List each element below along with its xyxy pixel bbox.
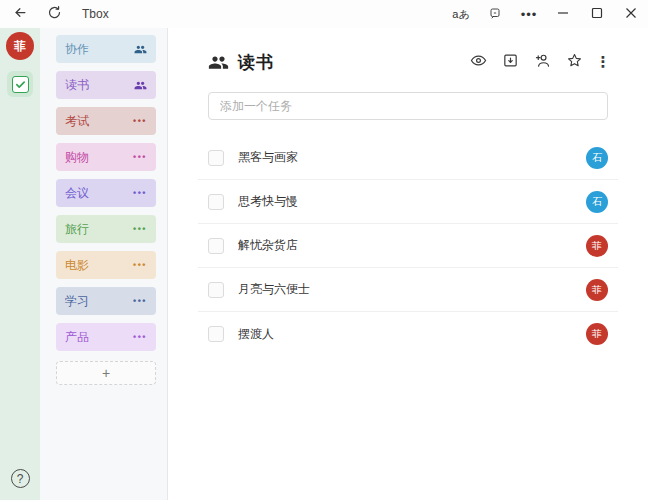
sidebar-list-label: 电影 [65, 257, 89, 274]
help-button[interactable]: ? [11, 469, 30, 488]
list-more-icon[interactable]: ••• [133, 152, 147, 162]
toggle-completed-button[interactable] [470, 54, 487, 71]
list-more-button[interactable]: ⋮ [598, 54, 608, 71]
star-icon [566, 52, 583, 73]
lists-sidebar: 协作 读书 考试 ••• 购物 ••• 会议 ••• 旅行 ••• 电影 •••… [40, 28, 168, 500]
list-members-icon[interactable] [134, 43, 147, 56]
list-more-icon[interactable]: ••• [133, 224, 147, 234]
sidebar-list-item[interactable]: 学习 ••• [56, 287, 156, 315]
plus-icon: + [102, 365, 110, 381]
translate-icon: aあ [452, 7, 469, 22]
sidebar-list-item[interactable]: 读书 [56, 71, 156, 99]
sidebar-list-label: 会议 [65, 185, 89, 202]
sidebar-list-item[interactable]: 会议 ••• [56, 179, 156, 207]
close-button[interactable] [614, 0, 648, 28]
maximize-button[interactable] [580, 0, 614, 28]
maximize-icon [591, 7, 603, 22]
sidebar-list-label: 考试 [65, 113, 89, 130]
list-header: 读书 [208, 48, 608, 76]
minimize-button[interactable] [546, 0, 580, 28]
person-add-icon [534, 52, 551, 73]
list-actions: ⋮ [470, 54, 608, 71]
sidebar-list-label: 购物 [65, 149, 89, 166]
list-more-icon[interactable]: ••• [133, 260, 147, 270]
list-more-icon[interactable]: ••• [133, 116, 147, 126]
kebab-menu-icon: ⋮ [596, 53, 611, 71]
translate-button[interactable]: aあ [444, 0, 478, 28]
browser-more-button[interactable]: ••• [512, 0, 546, 28]
list-more-icon[interactable]: ••• [133, 296, 147, 306]
invite-member-button[interactable] [534, 54, 551, 71]
task-title: 摆渡人 [238, 326, 274, 343]
list-more-icon[interactable]: ••• [133, 188, 147, 198]
window-title: Tbox [82, 7, 109, 21]
web-capture-icon [489, 7, 501, 22]
back-arrow-icon [13, 5, 28, 24]
list-more-icon[interactable]: ••• [133, 332, 147, 342]
task-assignee-avatar[interactable]: 菲 [586, 323, 608, 345]
task-title: 思考快与慢 [238, 193, 298, 210]
add-task-input[interactable] [208, 92, 608, 120]
titlebar: Tbox aあ ••• [0, 0, 648, 28]
sidebar-list-label: 协作 [65, 41, 89, 58]
add-list-button[interactable]: + [56, 361, 156, 385]
minimize-icon [557, 7, 569, 22]
task-assignee-avatar[interactable]: 菲 [586, 235, 608, 257]
task-title: 解忧杂货店 [238, 237, 298, 254]
list-members-icon[interactable] [134, 79, 147, 92]
web-capture-button[interactable] [478, 0, 512, 28]
task-row[interactable]: 黑客与画家 石 [198, 136, 618, 180]
task-row[interactable]: 月亮与六便士 菲 [198, 268, 618, 312]
sidebar-list-item[interactable]: 考试 ••• [56, 107, 156, 135]
list-title: 读书 [238, 51, 274, 74]
sidebar-list-item[interactable]: 协作 [56, 35, 156, 63]
account-rail: 菲 ? [0, 28, 40, 500]
sidebar-list-label: 产品 [65, 329, 89, 346]
question-mark-icon: ? [17, 472, 24, 486]
task-checkbox[interactable] [208, 150, 224, 166]
task-row[interactable]: 思考快与慢 石 [198, 180, 618, 224]
task-checkbox[interactable] [208, 282, 224, 298]
user-avatar[interactable]: 菲 [6, 32, 34, 60]
task-row[interactable]: 解忧杂货店 菲 [198, 224, 618, 268]
archive-button[interactable] [502, 54, 519, 71]
tasks-nav-button[interactable] [7, 71, 33, 97]
sidebar-list-label: 学习 [65, 293, 89, 310]
task-checkbox[interactable] [208, 326, 224, 342]
sidebar-list-item[interactable]: 电影 ••• [56, 251, 156, 279]
sidebar-list-label: 旅行 [65, 221, 89, 238]
sidebar-list-label: 读书 [65, 77, 89, 94]
task-title: 黑客与画家 [238, 149, 298, 166]
checkbox-check-icon [12, 76, 29, 93]
task-list: 黑客与画家 石 思考快与慢 石 解忧杂货店 菲 月亮与六便士 菲 摆渡人 菲 [198, 136, 618, 356]
task-title: 月亮与六便士 [238, 281, 310, 298]
task-row[interactable]: 摆渡人 菲 [198, 312, 618, 356]
archive-box-icon [502, 52, 519, 73]
task-assignee-avatar[interactable]: 石 [586, 147, 608, 169]
refresh-icon [47, 5, 62, 24]
favorite-button[interactable] [566, 54, 583, 71]
task-assignee-avatar[interactable]: 菲 [586, 279, 608, 301]
back-button[interactable] [8, 2, 32, 26]
app-window: Tbox aあ ••• [0, 0, 648, 500]
sidebar-list-item[interactable]: 产品 ••• [56, 323, 156, 351]
refresh-button[interactable] [42, 2, 66, 26]
sidebar-list-item[interactable]: 旅行 ••• [56, 215, 156, 243]
members-icon [208, 52, 229, 73]
ellipsis-icon: ••• [521, 7, 538, 22]
task-assignee-avatar[interactable]: 石 [586, 191, 608, 213]
task-checkbox[interactable] [208, 238, 224, 254]
close-icon [625, 7, 637, 22]
lists-container: 协作 读书 考试 ••• 购物 ••• 会议 ••• 旅行 ••• 电影 •••… [40, 35, 167, 359]
task-checkbox[interactable] [208, 194, 224, 210]
task-panel: 读书 [168, 28, 648, 500]
eye-icon [470, 52, 487, 73]
sidebar-list-item[interactable]: 购物 ••• [56, 143, 156, 171]
